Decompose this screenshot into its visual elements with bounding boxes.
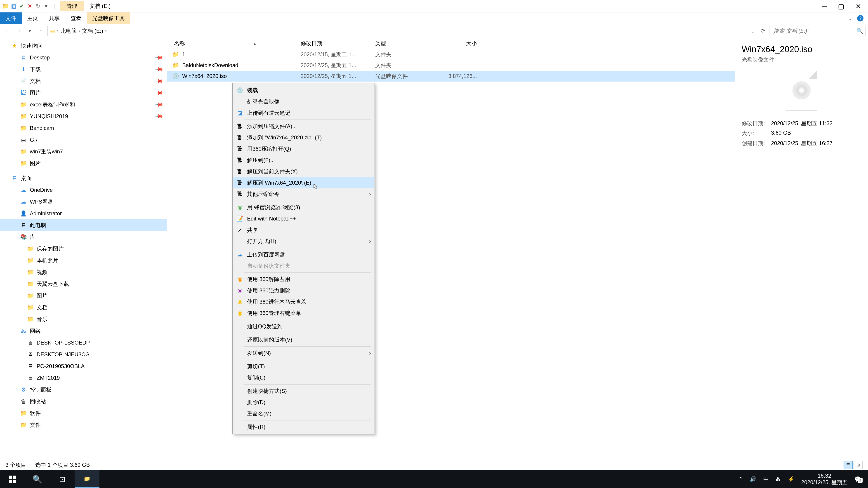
cm-other-compress[interactable]: 🗜其他压缩命令› — [233, 188, 374, 200]
nav-pictures[interactable]: 🖼图片📌 — [0, 87, 167, 99]
nav-bandicam-folder[interactable]: 📁Bandicam — [0, 122, 167, 134]
cm-shortcut[interactable]: 创建快捷方式(S) — [233, 385, 374, 397]
nav-files-folder[interactable]: 📁文件 — [0, 419, 167, 431]
file-row[interactable]: 📁1 2020/12/15, 星期二 1... 文件夹 — [167, 49, 735, 60]
col-name[interactable]: 名称▲ — [167, 40, 301, 47]
nav-recycle[interactable]: 🗑回收站 — [0, 396, 167, 408]
nav-excel-folder[interactable]: 📁excel表格制作求和📌 — [0, 99, 167, 110]
cm-extract-here[interactable]: 🗜解压到当前文件夹(X) — [233, 166, 374, 177]
thumbnails-view-button[interactable]: ⊞ — [854, 461, 863, 469]
cm-rename[interactable]: 重命名(M) — [233, 408, 374, 419]
crumb-pc[interactable]: 此电脑 — [60, 27, 76, 35]
nav-desktop-zh[interactable]: 🖥桌面 — [0, 172, 167, 184]
nav-pics3[interactable]: 📁图片 — [0, 290, 167, 302]
ribbon-disc-tools-tab[interactable]: 光盘映像工具 — [87, 12, 130, 24]
help-icon[interactable]: ? — [857, 15, 864, 22]
ribbon-home-tab[interactable]: 主页 — [22, 12, 43, 24]
cm-add-zip[interactable]: 🗜添加到 "Win7x64_2020.zip" (T) — [233, 132, 374, 143]
nav-local-pics[interactable]: 📁本机照片 — [0, 255, 167, 266]
chevron-right-icon[interactable]: › — [105, 28, 107, 34]
cm-mount[interactable]: 💿装载 — [233, 85, 374, 96]
redo-icon[interactable]: ↻ — [34, 2, 41, 10]
col-size[interactable]: 大小 — [438, 40, 484, 47]
volume-icon[interactable]: 🔊 — [750, 476, 756, 482]
chevron-right-icon[interactable]: › — [57, 28, 59, 34]
maximize-button[interactable]: ▢ — [838, 2, 844, 10]
cm-qq-send[interactable]: 通过QQ发送到 — [233, 321, 374, 332]
cm-properties[interactable]: 属性(R) — [233, 421, 374, 433]
nav-quick-access[interactable]: ★快速访问 — [0, 40, 167, 52]
nav-onedrive[interactable]: ☁OneDrive — [0, 184, 167, 196]
ime-indicator[interactable]: 中 — [763, 476, 769, 483]
clock[interactable]: 16:32 2020/12/25, 星期五 — [801, 473, 848, 486]
nav-downloads[interactable]: ⬇下载📌 — [0, 64, 167, 75]
cm-360-force-delete[interactable]: ◉使用 360强力删除 — [233, 285, 374, 296]
nav-libraries[interactable]: 📚库 — [0, 231, 167, 243]
cm-restore[interactable]: 还原以前的版本(V) — [233, 334, 374, 346]
dropdown-icon[interactable]: ▾ — [42, 2, 50, 10]
cm-360-trojan[interactable]: ◉使用 360进行木马云查杀 — [233, 296, 374, 307]
nav-tianyun[interactable]: 📁天翼云盘下载 — [0, 278, 167, 290]
cm-notepad[interactable]: 📝Edit with Notepad++ — [233, 213, 374, 224]
nav-pictures2-folder[interactable]: 📁图片 — [0, 158, 167, 169]
cm-extract-named[interactable]: 🗜解压到 Win7x64_2020\ (E) — [233, 177, 374, 188]
notification-icon[interactable]: 💬 — [855, 476, 861, 482]
nav-control-panel[interactable]: ⚙控制面板 — [0, 384, 167, 396]
nav-pc3[interactable]: 🖥PC-20190530OBLA — [0, 360, 167, 372]
breadcrumb[interactable]: 🖴 › 此电脑 › 文档 (E:) › ⌄ ⟳ — [48, 26, 770, 36]
nav-pc4[interactable]: 🖥ZMT2019 — [0, 372, 167, 384]
nav-yunqishi-folder[interactable]: 📁YUNQISHI2019📌 — [0, 110, 167, 122]
nav-software-folder[interactable]: 📁软件 — [0, 408, 167, 419]
explorer-taskbar-button[interactable]: 📁 — [74, 470, 99, 488]
cm-360-unlock[interactable]: ◉使用 360解除占用 — [233, 273, 374, 285]
minimize-button[interactable]: ─ — [822, 2, 827, 10]
tray-up-icon[interactable]: ⌃ — [739, 476, 743, 482]
cm-360-manage[interactable]: ◉使用 360管理右键菜单 — [233, 307, 374, 319]
search-button[interactable]: 🔍 — [25, 470, 50, 488]
task-view-button[interactable]: ⊡ — [50, 470, 74, 488]
cm-open-with[interactable]: 打开方式(H)› — [233, 236, 374, 247]
ribbon-view-tab[interactable]: 查看 — [65, 12, 87, 24]
ribbon-collapse-icon[interactable]: ⌄ — [848, 15, 852, 22]
search-box[interactable]: 🔍 — [771, 26, 866, 36]
nav-win7reload-folder[interactable]: 📁win7重装win7 — [0, 146, 167, 158]
cm-burn[interactable]: 刻录光盘映像 — [233, 96, 374, 107]
cm-honey-browser[interactable]: ◉用 蜂蜜浏览器 浏览(3) — [233, 202, 374, 213]
checkmark-icon[interactable]: ✔ — [18, 2, 25, 10]
ribbon-share-tab[interactable]: 共享 — [43, 12, 65, 24]
forward-button[interactable]: → — [13, 26, 24, 36]
cm-youdao[interactable]: ◪上传到有道云笔记 — [233, 107, 374, 119]
close-red-icon[interactable]: ✕ — [26, 2, 33, 10]
cm-copy[interactable]: 复制(C) — [233, 372, 374, 383]
start-button[interactable] — [0, 470, 25, 488]
recent-dropdown[interactable]: ▾ — [25, 26, 35, 36]
nav-wps[interactable]: ☁WPS网盘 — [0, 196, 167, 207]
chevron-right-icon[interactable]: › — [79, 28, 80, 34]
nav-this-pc[interactable]: 🖥此电脑 — [0, 219, 167, 231]
network-icon[interactable]: 🖧 — [776, 476, 781, 482]
nav-docs3[interactable]: 📁文档 — [0, 302, 167, 313]
search-input[interactable] — [773, 28, 857, 34]
crumb-drive[interactable]: 文档 (E:) — [82, 27, 103, 35]
nav-videos[interactable]: 📁视频 — [0, 266, 167, 278]
nav-g-drive[interactable]: 🖴G:\ — [0, 134, 167, 146]
breadcrumb-dropdown-icon[interactable]: ⌄ — [748, 28, 757, 34]
up-button[interactable]: ↑ — [36, 26, 46, 36]
file-row-selected[interactable]: 💿Win7x64_2020.iso 2020/12/25, 星期五 1... 光… — [167, 71, 735, 82]
power-icon[interactable]: ⚡ — [788, 476, 795, 482]
ribbon-file-tab[interactable]: 文件 — [0, 12, 22, 24]
nav-pc1[interactable]: 🖥DESKTOP-LSSOEDP — [0, 337, 167, 349]
col-type[interactable]: 类型 — [375, 40, 438, 47]
nav-network[interactable]: 🖧网络 — [0, 325, 167, 337]
cm-cut[interactable]: 剪切(T) — [233, 361, 374, 372]
col-date[interactable]: 修改日期 — [301, 40, 375, 47]
cm-baidu-upload[interactable]: ☁上传到百度网盘 — [233, 249, 374, 260]
nav-pc2[interactable]: 🖥DESKTOP-NJEU3CG — [0, 349, 167, 360]
cm-add-archive[interactable]: 🗜添加到压缩文件(A)... — [233, 121, 374, 132]
nav-saved-pics[interactable]: 📁保存的图片 — [0, 243, 167, 255]
back-button[interactable]: ← — [2, 26, 12, 36]
cm-send-to[interactable]: 发送到(N)› — [233, 348, 374, 359]
nav-admin[interactable]: 👤Administrator — [0, 207, 167, 219]
cm-delete[interactable]: 删除(D) — [233, 397, 374, 408]
save-icon[interactable]: ▥ — [10, 2, 17, 10]
